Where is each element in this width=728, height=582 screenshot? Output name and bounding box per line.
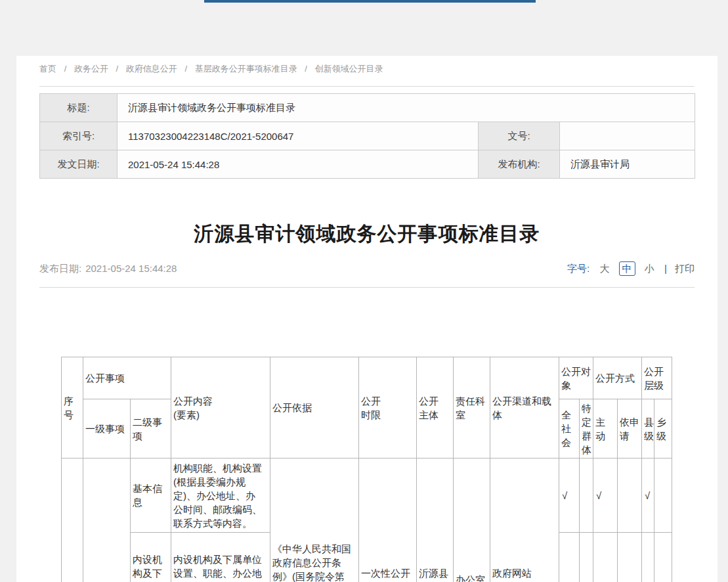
page-title: 沂源县审计领域政务公开事项标准目录: [39, 220, 695, 248]
header-cell-item-group: 公开事项: [83, 357, 171, 399]
header-cell-audience: 公开对 象: [559, 357, 593, 399]
header-cell-level-town: 乡 级: [654, 399, 672, 459]
cell-basis: 《中华人民共和国 政府信息公开条 例》(国务院令第 711号): [270, 459, 359, 582]
breadcrumb-item-xinxi[interactable]: 政府信息公开: [126, 64, 177, 74]
header-cell-basis: 公开依据: [270, 357, 359, 459]
header-cell-time-limit: 公开 时限: [359, 357, 417, 459]
catalog-body-row-1: 基本信 息 机构职能、机构设置 (根据县委编办规 定)、办公地址、办 公时间、邮…: [62, 459, 672, 533]
meta-value-agency: 沂源县审计局: [560, 150, 695, 179]
cell-method-request-1: [618, 459, 642, 533]
header-cell-channel: 公开渠道和载 体: [490, 357, 559, 459]
breadcrumb-separator: /: [64, 64, 67, 74]
top-nav-bottom-strip: [204, 0, 536, 3]
breadcrumb-item-chuangxin[interactable]: 创新领域公开目录: [315, 64, 383, 74]
font-size-medium-button[interactable]: 中: [619, 261, 635, 276]
breadcrumb-item-home[interactable]: 首页: [39, 64, 56, 74]
cell-level-county-1: √: [642, 459, 654, 533]
cell-channel: 政府网站 公开查阅点: [490, 459, 559, 582]
breadcrumb-item-zhengwu[interactable]: 政务公开: [74, 64, 108, 74]
header-cell-item-l1: 一级事项: [83, 399, 131, 459]
publish-date-value: 2021-05-24 15:44:28: [85, 263, 177, 274]
breadcrumb-divider: [39, 86, 695, 87]
publish-date: 发布日期:2021-05-24 15:44:28: [39, 261, 177, 277]
cell-audience-all-2: √: [559, 533, 580, 582]
catalog-table: 序 号 公开事项 公开内容 (要素) 公开依据 公开 时限 公开 主体 责任科 …: [61, 357, 672, 582]
cell-content-1: 机构职能、机构设置 (根据县委编办规 定)、办公地址、办 公时间、邮政编码、 联…: [171, 459, 270, 533]
header-cell-method-request: 依申 请: [618, 399, 642, 459]
font-size-large-button[interactable]: 大: [599, 263, 609, 274]
header-cell-content: 公开内容 (要素): [171, 357, 270, 459]
meta-value-date: 2021-05-24 15:44:28: [118, 150, 479, 179]
cell-seq: [62, 459, 83, 582]
cell-level-county-2: √: [642, 533, 654, 582]
breadcrumb: 首页 / 政务公开 / 政府信息公开 / 基层政务公开事项标准目录 / 创新领域…: [39, 62, 383, 76]
meta-label-date: 发文日期:: [40, 150, 118, 179]
meta-label-docnum: 文号:: [479, 122, 560, 150]
cell-item-l1: [83, 459, 131, 582]
cell-item-l2-2: 内设机 构及下 属事业 单位: [131, 533, 171, 582]
cell-dept: 办公室: [454, 459, 490, 582]
document-meta-table: 标题: 沂源县审计领域政务公开事项标准目录 索引号: 1137032300422…: [39, 93, 695, 179]
breadcrumb-separator: /: [305, 64, 307, 74]
header-cell-level-county: 县 级: [642, 399, 654, 459]
header-cell-seq: 序 号: [62, 357, 83, 459]
content-card: 首页 / 政务公开 / 政府信息公开 / 基层政务公开事项标准目录 / 创新领域…: [16, 56, 717, 582]
meta-value-docnum: [560, 122, 695, 150]
header-cell-method-active: 主 动: [593, 399, 618, 459]
header-cell-audience-specific: 特 定 群 体: [580, 399, 593, 459]
meta-row-date: 发文日期: 2021-05-24 15:44:28 发布机构: 沂源县审计局: [40, 150, 695, 179]
header-cell-audience-all: 全社 会: [559, 399, 580, 459]
article-info-row: 发布日期:2021-05-24 15:44:28 字号: 大 中 小 | 打印: [39, 261, 695, 277]
header-cell-item-l2: 二级事 项: [131, 399, 171, 459]
cell-audience-specific-2: [580, 533, 593, 582]
breadcrumb-separator: /: [184, 64, 187, 74]
meta-label-agency: 发布机构:: [479, 150, 560, 179]
cell-method-request-2: [618, 533, 642, 582]
font-size-small-button[interactable]: 小: [645, 263, 654, 274]
print-divider: |: [664, 263, 667, 274]
font-size-label: 字号:: [567, 263, 589, 274]
breadcrumb-item-jiceng[interactable]: 基层政务公开事项标准目录: [195, 64, 297, 74]
header-cell-subject: 公开 主体: [417, 357, 454, 459]
header-cell-method: 公开方式: [593, 357, 642, 399]
print-button[interactable]: 打印: [675, 263, 695, 274]
meta-label-title: 标题:: [40, 94, 118, 122]
header-cell-dept: 责任科 室: [454, 357, 490, 459]
cell-content-2: 内设机构及下属单位 设置、职能、办公地 址、办公时间、联系 方式、负责人姓名等: [171, 533, 270, 582]
cell-subject: 沂源县 审计局: [417, 459, 454, 582]
article-divider: [39, 287, 695, 288]
cell-method-active-2: √: [593, 533, 618, 582]
meta-label-index: 索引号:: [40, 122, 118, 150]
cell-audience-specific-1: [580, 459, 593, 533]
publish-date-label: 发布日期:: [39, 263, 81, 274]
header-cell-level: 公开 层级: [642, 357, 672, 399]
cell-level-town-2: [654, 533, 672, 582]
meta-row-index: 索引号: 11370323004223148C/2021-5200647 文号:: [40, 122, 695, 150]
meta-value-title: 沂源县审计领域政务公开事项标准目录: [118, 94, 695, 122]
cell-item-l2-1: 基本信 息: [131, 459, 171, 533]
meta-row-title: 标题: 沂源县审计领域政务公开事项标准目录: [40, 94, 695, 122]
catalog-header-row-1: 序 号 公开事项 公开内容 (要素) 公开依据 公开 时限 公开 主体 责任科 …: [62, 357, 672, 399]
cell-audience-all-1: √: [559, 459, 580, 533]
meta-value-index: 11370323004223148C/2021-5200647: [118, 122, 479, 150]
cell-method-active-1: √: [593, 459, 618, 533]
cell-time-limit: 一次性公开 并动态调整: [359, 459, 417, 582]
breadcrumb-separator: /: [116, 64, 119, 74]
cell-level-town-1: [654, 459, 672, 533]
font-size-controls: 字号: 大 中 小 | 打印: [567, 261, 695, 277]
